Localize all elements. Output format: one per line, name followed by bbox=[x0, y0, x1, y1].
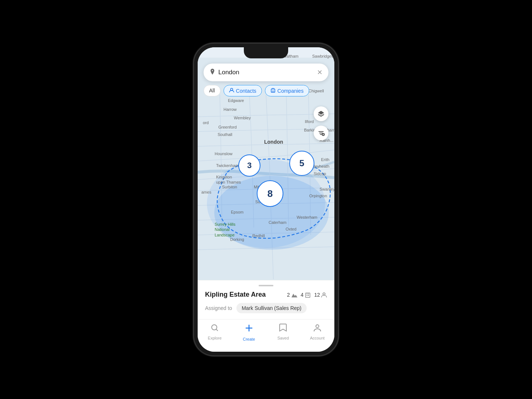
person-icon bbox=[321, 292, 327, 298]
building-icon bbox=[304, 292, 311, 298]
panel-stats: 2 4 bbox=[287, 292, 327, 298]
account-label: Account bbox=[310, 336, 325, 340]
bottom-panel: Kipling Estate Area 2 4 bbox=[198, 280, 334, 319]
stat-count-2: 4 bbox=[301, 292, 304, 298]
stat-count-1: 2 bbox=[287, 292, 290, 298]
svg-rect-13 bbox=[308, 293, 309, 294]
cluster-3-value: 3 bbox=[247, 161, 252, 170]
cluster-5-value: 5 bbox=[299, 158, 304, 168]
location-icon bbox=[209, 68, 215, 76]
nav-saved[interactable]: Saved bbox=[266, 323, 300, 340]
saved-icon bbox=[279, 323, 287, 334]
close-icon[interactable]: ✕ bbox=[317, 68, 323, 76]
cluster-5[interactable]: 5 bbox=[289, 151, 314, 176]
phone-device: Sawbridgew Waltham Epping Forest Boreham… bbox=[194, 44, 338, 355]
layers-icon bbox=[317, 110, 325, 117]
svg-rect-12 bbox=[307, 293, 307, 294]
map-layer-button[interactable] bbox=[314, 106, 328, 121]
nav-explore[interactable]: Explore bbox=[198, 323, 232, 340]
svg-rect-10 bbox=[307, 295, 307, 296]
map-area: Sawbridgew Waltham Epping Forest Boreham… bbox=[198, 47, 334, 319]
search-bar[interactable]: London ✕ bbox=[204, 64, 328, 81]
svg-point-15 bbox=[212, 325, 217, 330]
nav-account[interactable]: Account bbox=[300, 323, 335, 340]
cluster-8[interactable]: 8 bbox=[257, 180, 283, 207]
tab-companies[interactable]: Companies bbox=[265, 85, 309, 96]
svg-rect-9 bbox=[306, 293, 310, 297]
contacts-icon bbox=[229, 88, 234, 94]
stat-count-3: 12 bbox=[314, 292, 320, 298]
stat-item-1: 2 bbox=[287, 292, 298, 298]
create-icon bbox=[244, 323, 254, 335]
bottom-nav: Explore Create Saved bbox=[198, 319, 334, 352]
account-icon bbox=[313, 323, 321, 334]
stat-item-3: 12 bbox=[314, 292, 327, 298]
saved-label: Saved bbox=[277, 336, 289, 340]
explore-icon bbox=[210, 323, 219, 334]
svg-rect-6 bbox=[319, 133, 323, 133]
assigned-label: Assigned to bbox=[205, 305, 232, 311]
svg-point-14 bbox=[323, 293, 325, 295]
stat-item-2: 4 bbox=[301, 292, 311, 298]
svg-point-16 bbox=[316, 325, 319, 328]
filter-icon bbox=[317, 129, 325, 137]
cluster-3[interactable]: 3 bbox=[238, 154, 260, 177]
nav-create[interactable]: Create bbox=[232, 323, 266, 341]
filter-tabs: All Contacts bbox=[204, 85, 328, 96]
explore-label: Explore bbox=[208, 336, 222, 340]
panel-assignee-row: Assigned to Mark Sullivan (Sales Rep) bbox=[205, 303, 327, 313]
phone-notch bbox=[244, 47, 288, 58]
tab-all[interactable]: All bbox=[204, 85, 221, 96]
svg-point-3 bbox=[231, 88, 233, 91]
phone-screen: Sawbridgew Waltham Epping Forest Boreham… bbox=[198, 47, 334, 352]
panel-title: Kipling Estate Area bbox=[205, 291, 266, 299]
tab-contacts[interactable]: Contacts bbox=[224, 85, 262, 96]
map-filter-button[interactable] bbox=[314, 126, 328, 140]
assignee-chip[interactable]: Mark Sullivan (Sales Rep) bbox=[236, 303, 307, 313]
drag-handle bbox=[259, 285, 273, 286]
create-label: Create bbox=[243, 337, 255, 341]
assignee-name: Mark Sullivan (Sales Rep) bbox=[242, 305, 301, 311]
search-value: London bbox=[218, 69, 317, 76]
mountain-icon bbox=[291, 292, 298, 298]
companies-icon bbox=[270, 88, 276, 94]
panel-title-row: Kipling Estate Area 2 4 bbox=[205, 291, 327, 299]
cluster-8-value: 8 bbox=[267, 188, 273, 200]
svg-rect-11 bbox=[308, 295, 309, 296]
svg-rect-5 bbox=[318, 131, 324, 132]
